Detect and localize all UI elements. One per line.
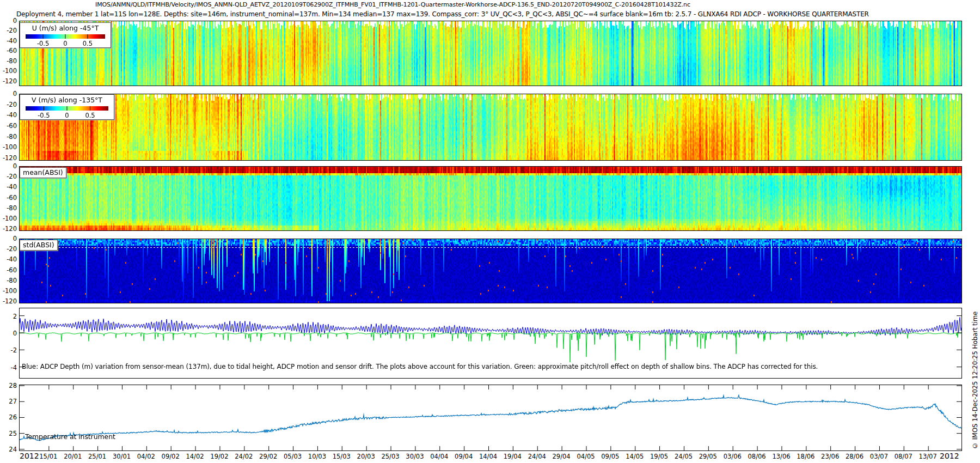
y-tick-label: 2: [1, 313, 17, 320]
colorbar-tick-label: 0.5: [83, 40, 93, 47]
colorbar-tick-label: 0.5: [85, 112, 95, 119]
y-tick-label: -80: [1, 57, 17, 65]
y-tick-label: 27: [1, 398, 17, 405]
panel-v-velocity: [19, 94, 962, 161]
adcp-figure: IMOS/ANMN/QLD/ITFMHB/Velocity/IMOS_ANMN-…: [0, 0, 980, 463]
y-tick-label: -100: [1, 67, 17, 75]
colorbar-tick-label: 0: [65, 112, 69, 119]
y-tick-label: 0: [1, 330, 17, 337]
y-tick-label: -40: [1, 255, 17, 263]
y-tick-label: -80: [1, 133, 17, 141]
y-tick-label: 25: [1, 430, 17, 437]
y-tick-label: -40: [1, 183, 17, 191]
std-absi-heatmap-canvas: [20, 239, 961, 303]
y-tick-label: 0: [1, 17, 17, 25]
y-tick-label: -40: [1, 37, 17, 45]
u-velocity-heatmap-canvas: [20, 21, 961, 86]
legend-v-title: V (m/s) along -135°T: [20, 96, 114, 104]
imos-watermark: © IMOS 14-Dec-2025 12:20:25 Hobart time: [971, 209, 979, 449]
y-tick-label: -20: [1, 101, 17, 108]
depth-variation-note: Blue: ADCP Depth (m) variation from sens…: [22, 363, 818, 370]
y-tick-label: -4: [1, 364, 17, 371]
y-tick-label: -60: [1, 266, 17, 274]
y-tick-label: 0: [1, 90, 17, 98]
mean-absi-label: mean(ABSI): [20, 167, 66, 178]
y-tick-label: -20: [1, 27, 17, 34]
figure-title: IMOS/ANMN/QLD/ITFMHB/Velocity/IMOS_ANMN-…: [95, 1, 690, 8]
y-tick-label: 0: [1, 235, 17, 242]
colorbar-tick-label: 0: [63, 40, 67, 47]
y-tick-label: 28: [1, 382, 17, 389]
v-velocity-heatmap-canvas: [20, 94, 961, 160]
std-absi-label: std(ABSI): [20, 240, 58, 251]
x-tick-label: 13/07: [910, 453, 945, 460]
y-tick-label: 0: [1, 162, 17, 170]
y-tick-label: -60: [1, 47, 17, 54]
legend-v: V (m/s) along -135°T -0.500.5: [20, 94, 114, 120]
panel-mean-absi: [19, 166, 962, 231]
colorbar-tick-label: -0.5: [38, 112, 50, 119]
y-tick-label: -120: [1, 225, 17, 233]
temperature-line-canvas: [20, 385, 961, 450]
y-tick-label: -20: [1, 173, 17, 180]
y-tick-label: 26: [1, 413, 17, 421]
panel-std-absi: [19, 239, 962, 303]
mean-absi-heatmap-canvas: [20, 167, 961, 230]
y-tick-label: -80: [1, 204, 17, 212]
y-tick-label: 24: [1, 446, 17, 453]
y-tick-label: -60: [1, 194, 17, 202]
legend-u: U (m/s) along -45°T -0.500.5: [20, 22, 111, 48]
y-tick-label: -100: [1, 287, 17, 295]
y-tick-label: -80: [1, 277, 17, 284]
y-tick-label: -100: [1, 215, 17, 222]
u-colorbar: [26, 34, 105, 39]
y-tick-label: -2: [1, 346, 17, 354]
y-tick-label: -120: [1, 77, 17, 85]
temperature-label: Temperature at instrument: [25, 432, 115, 441]
y-tick-label: -40: [1, 111, 17, 119]
panel-temperature: [19, 385, 962, 451]
y-tick-label: -100: [1, 143, 17, 151]
y-tick-label: -60: [1, 122, 17, 130]
colorbar-tick-label: -0.5: [37, 40, 49, 47]
v-colorbar: [26, 106, 108, 111]
panel-u-velocity: [19, 21, 962, 86]
y-tick-label: -20: [1, 245, 17, 253]
figure-subtitle: Deployment 4, member 1 lat=11S lon=128E.…: [16, 10, 869, 18]
legend-u-title: U (m/s) along -45°T: [20, 24, 111, 32]
y-tick-label: -120: [1, 297, 17, 305]
y-tick-label: -120: [1, 154, 17, 162]
